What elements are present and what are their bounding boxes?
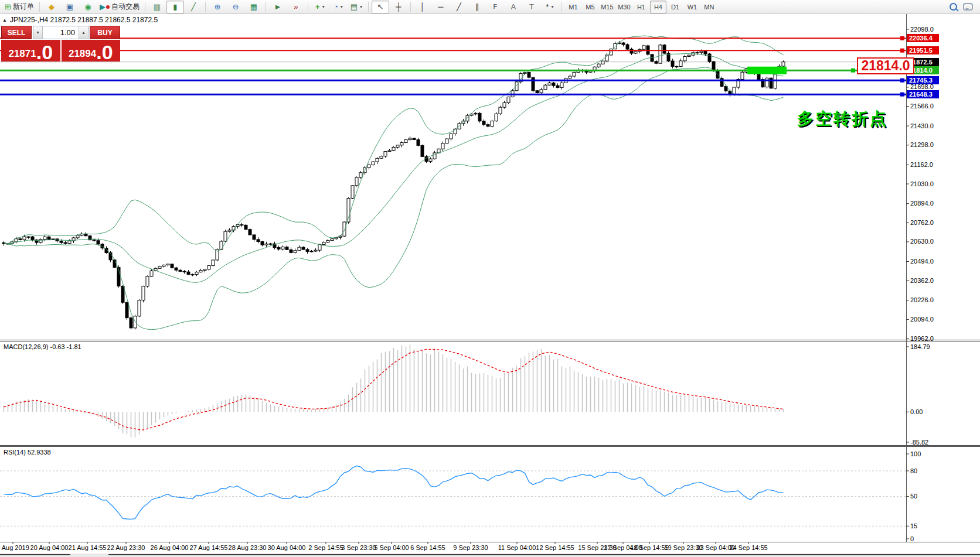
timeframe-button-m5[interactable]: M5 xyxy=(582,1,598,13)
chat-icon[interactable] xyxy=(963,3,973,11)
price-tick-20362.0: 20362.0 xyxy=(910,277,934,284)
trendline-button[interactable]: ╱ xyxy=(450,1,468,13)
line-chart-button[interactable]: ╱ xyxy=(185,1,202,13)
timeframe-button-mn[interactable]: MN xyxy=(701,1,717,13)
new-order-icon: ⊞ xyxy=(5,3,11,11)
price-tick-20894.0: 20894.0 xyxy=(910,200,934,207)
candlestick-chart-button[interactable]: ▮ xyxy=(166,1,184,13)
volume-decrease-button[interactable]: ▾ xyxy=(33,26,43,39)
timeframe-button-m15[interactable]: M15 xyxy=(599,1,615,13)
periods-button[interactable]: ◔▾ xyxy=(329,1,347,13)
chart-canvas xyxy=(0,0,980,557)
collapse-arrow-icon[interactable]: ▲ xyxy=(2,18,7,23)
new-order-button[interactable]: ⊞ 新订单 xyxy=(2,1,36,13)
vertical-line-button[interactable]: │ xyxy=(414,1,431,13)
line-anchor-marker[interactable] xyxy=(900,36,904,40)
macd-tick--85.82: -85.82 xyxy=(910,439,928,446)
timeframe-button-m1[interactable]: M1 xyxy=(565,1,581,13)
bar-chart-button[interactable]: ▥ xyxy=(148,1,166,13)
auto-scroll-icon: » xyxy=(294,3,298,11)
arrows-button[interactable]: *▾ xyxy=(541,1,559,13)
autotrading-icon: ▶ xyxy=(100,3,106,11)
text-label-button[interactable]: T xyxy=(523,1,540,13)
toolbar-separator xyxy=(145,2,145,12)
timeframe-button-m30[interactable]: M30 xyxy=(616,1,632,13)
macd-histogram xyxy=(4,344,784,437)
window-edge-segment xyxy=(108,554,980,555)
macd-tick-0.00: 0.00 xyxy=(910,408,923,415)
trendline-icon: ╱ xyxy=(457,3,461,11)
price-tick-21566.0: 21566.0 xyxy=(910,102,934,110)
text-icon: A xyxy=(511,3,516,11)
macd-tick-184.79: 184.79 xyxy=(910,343,930,350)
text-button[interactable]: A xyxy=(505,1,522,13)
vertical-line-icon: │ xyxy=(420,3,425,11)
timeframe-toolbar: M1M5M15M30H1H4D1W1MN xyxy=(565,1,717,13)
text-label-icon: T xyxy=(529,3,534,11)
bollinger-band-m xyxy=(4,54,784,283)
line-chart-icon: ╱ xyxy=(191,3,196,11)
autotrading-label: 自动交易 xyxy=(111,2,139,12)
horizontal-line-button[interactable]: ─ xyxy=(432,1,450,13)
fibonacci-button[interactable]: F xyxy=(486,1,504,13)
dropdown-caret-icon: ▾ xyxy=(322,4,325,9)
autotrading-button[interactable]: ▶ 自动交易 xyxy=(97,1,142,13)
new-order-label: 新订单 xyxy=(13,2,34,12)
line-end-marker[interactable] xyxy=(851,69,855,73)
buy-price-button[interactable]: 21894.0 xyxy=(62,40,121,61)
strategy-tester-button[interactable]: ▣ xyxy=(61,1,79,13)
price-tick-21430.0: 21430.0 xyxy=(910,122,934,129)
equidistant-channel-button[interactable]: ∥ xyxy=(468,1,486,13)
price-tick-22098.0: 22098.0 xyxy=(910,26,934,33)
buy-price-pips: .0 xyxy=(96,45,113,60)
line-anchor-marker[interactable] xyxy=(900,93,904,97)
volume-control: ▾ ▴ xyxy=(33,26,89,39)
arrows-icon: * xyxy=(546,3,549,11)
line-anchor-marker[interactable] xyxy=(900,78,904,83)
price-tick-21162.0: 21162.0 xyxy=(910,161,933,168)
buy-button[interactable]: BUY xyxy=(90,26,120,39)
highlight-rectangle[interactable] xyxy=(747,67,787,74)
line-anchor-marker[interactable] xyxy=(900,49,904,53)
crosshair-button[interactable]: ┼ xyxy=(390,1,407,13)
signals-icon: ◉ xyxy=(84,3,91,11)
toolbar-separator xyxy=(562,2,562,12)
fibonacci-icon: F xyxy=(494,4,498,10)
timeframe-button-d1[interactable]: D1 xyxy=(667,1,683,13)
toolbar-separator xyxy=(205,2,206,12)
turning-point-annotation: 多空转折点 xyxy=(797,108,888,130)
tile-windows-button[interactable]: ▦ xyxy=(245,1,263,13)
rsi-tick-100: 100 xyxy=(910,450,921,457)
bottom-window-edge xyxy=(0,553,980,557)
market-watch-button[interactable]: ◆ xyxy=(43,1,60,13)
rsi-line xyxy=(4,466,784,519)
auto-scroll-button[interactable]: » xyxy=(287,1,305,13)
chart-shift-button[interactable]: ► xyxy=(269,1,287,13)
timeframe-button-h4[interactable]: H4 xyxy=(650,1,666,13)
cursor-button[interactable]: ↖ xyxy=(372,1,389,13)
indicators-button[interactable]: +▾ xyxy=(311,1,329,13)
rsi-tick-50: 50 xyxy=(910,493,917,500)
indicators-icon: + xyxy=(315,3,320,11)
mt4-terminal-window: ⊞ 新订单 ◆ ▣ ◉ ▶ 自动交易 ▥ ▮ ╱ ⊕ ⊖ ▦ ► » +▾ ◔▾… xyxy=(0,0,980,557)
price-tick-21030.0: 21030.0 xyxy=(910,180,934,187)
sell-button[interactable]: SELL xyxy=(1,26,32,39)
one-click-trading-panel: SELL ▾ ▴ BUY 21871.0 21894.0 xyxy=(1,26,120,61)
zoom-in-button[interactable]: ⊕ xyxy=(209,1,226,13)
timeframe-button-w1[interactable]: W1 xyxy=(684,1,700,13)
price-tag-21814[interactable]: 21814.0 xyxy=(857,57,914,74)
templates-button[interactable]: ▤▾ xyxy=(348,1,365,13)
templates-icon: ▤ xyxy=(351,3,358,11)
signals-button[interactable]: ◉ xyxy=(79,1,97,13)
market-watch-icon: ◆ xyxy=(49,3,55,11)
zoom-out-button[interactable]: ⊖ xyxy=(227,1,244,13)
volume-increase-button[interactable]: ▴ xyxy=(79,26,88,39)
timeframe-button-h1[interactable]: H1 xyxy=(633,1,649,13)
cursor-icon: ↖ xyxy=(377,3,383,11)
volume-input[interactable] xyxy=(43,26,79,39)
equidistant-channel-icon: ∥ xyxy=(475,3,479,11)
sell-price-button[interactable]: 21871.0 xyxy=(1,40,60,61)
search-icon[interactable] xyxy=(950,3,957,11)
zoom-in-icon: ⊕ xyxy=(214,3,220,11)
bollinger-band-u xyxy=(4,36,784,251)
